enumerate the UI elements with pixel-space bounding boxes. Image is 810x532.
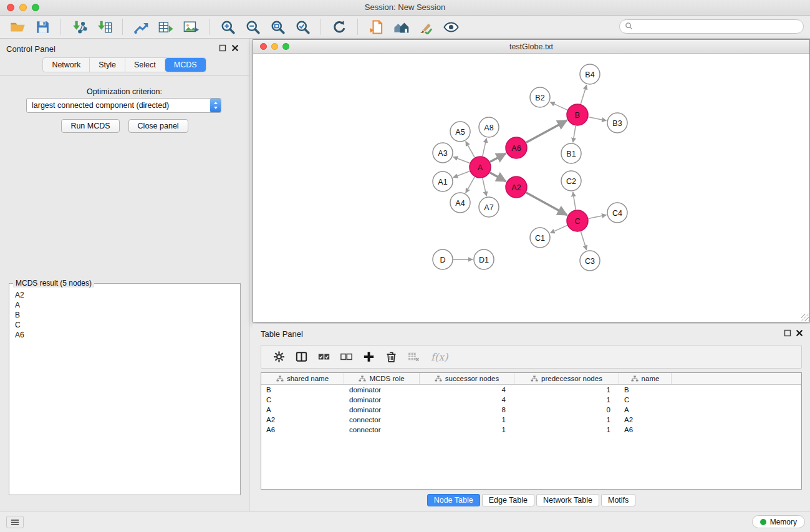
style-check-button[interactable] — [413, 17, 438, 36]
node-A4[interactable]: A4 — [450, 193, 470, 213]
resize-grip-icon[interactable] — [801, 314, 809, 321]
memory-button[interactable]: Memory — [752, 515, 805, 528]
select-all-button[interactable] — [312, 347, 335, 366]
column-header-successor-nodes[interactable]: successor nodes — [420, 373, 514, 384]
result-item[interactable]: A2 — [11, 290, 238, 300]
tab-network[interactable]: Network — [43, 58, 90, 72]
tab-node-table[interactable]: Node Table — [427, 494, 480, 506]
criterion-dropdown[interactable]: largest connected component (directed) — [26, 98, 221, 113]
refresh-button[interactable] — [327, 17, 352, 36]
result-item[interactable]: C — [11, 320, 238, 330]
tab-motifs[interactable]: Motifs — [601, 494, 635, 506]
save-button[interactable] — [30, 17, 55, 36]
tab-network-table[interactable]: Network Table — [536, 494, 599, 506]
node-A1[interactable]: A1 — [433, 172, 453, 191]
network-graph[interactable]: B4B2BB3A5A8A6B1A3AC2A1A2A4A7C4CC1C3DD1 — [253, 54, 809, 322]
columns-button[interactable] — [290, 347, 312, 366]
edge-C-C3[interactable] — [581, 231, 586, 250]
edge-B-B2[interactable] — [550, 102, 567, 110]
search-field[interactable] — [619, 19, 804, 34]
node-B1[interactable]: B1 — [561, 143, 581, 163]
edge-A-A4[interactable] — [466, 177, 475, 193]
run-mcds-button[interactable]: Run MCDS — [61, 119, 119, 133]
float-table-panel-icon[interactable] — [783, 329, 793, 339]
gear-button[interactable] — [268, 347, 290, 366]
export-table-button[interactable] — [153, 17, 178, 36]
deselect-button[interactable] — [335, 347, 357, 366]
column-header-predecessor-nodes[interactable]: predecessor nodes — [514, 373, 619, 384]
node-B2[interactable]: B2 — [530, 87, 550, 107]
column-header-name[interactable]: name — [619, 373, 672, 384]
search-input[interactable] — [636, 22, 798, 31]
float-panel-icon[interactable] — [218, 44, 228, 54]
node-A3[interactable]: A3 — [433, 143, 453, 163]
node-C4[interactable]: C4 — [607, 203, 627, 223]
function-builder-button[interactable]: f(x) — [431, 351, 448, 363]
close-panel-icon[interactable] — [230, 44, 240, 54]
table-row[interactable]: Adominator80A — [261, 405, 801, 415]
open-folder-button[interactable] — [5, 17, 30, 36]
edge-C-C2[interactable] — [573, 192, 576, 210]
node-C[interactable]: C — [567, 210, 588, 231]
result-item[interactable]: A — [11, 300, 238, 310]
node-B3[interactable]: B3 — [607, 113, 627, 133]
column-header-shared-name[interactable]: shared name — [261, 373, 344, 384]
node-C1[interactable]: C1 — [530, 228, 550, 248]
edge-A-A3[interactable] — [453, 157, 470, 163]
zoom-selected-button[interactable] — [290, 17, 315, 36]
close-table-panel-icon[interactable] — [794, 329, 804, 339]
edge-A-A5[interactable] — [466, 142, 475, 158]
zoom-in-button[interactable] — [215, 17, 240, 36]
node-B[interactable]: B — [567, 104, 588, 125]
zoom-out-button[interactable] — [240, 17, 265, 36]
tab-edge-table[interactable]: Edge Table — [482, 494, 534, 506]
node-A[interactable]: A — [470, 157, 491, 178]
node-B4[interactable]: B4 — [580, 64, 600, 84]
table-row[interactable]: Bdominator41B — [261, 385, 801, 395]
eye-button[interactable] — [438, 17, 463, 36]
result-item[interactable]: A6 — [11, 330, 238, 340]
node-C3[interactable]: C3 — [580, 251, 600, 271]
import-table-button[interactable] — [92, 17, 117, 36]
node-D[interactable]: D — [433, 249, 453, 269]
edge-A-A6[interactable] — [490, 153, 506, 162]
export-image-button[interactable] — [178, 17, 203, 36]
node-A5[interactable]: A5 — [450, 122, 470, 142]
close-panel-button[interactable]: Close panel — [128, 119, 188, 133]
node-A2[interactable]: A2 — [506, 177, 527, 198]
table-row[interactable]: Cdominator41C — [261, 395, 801, 405]
column-header-MCDS-role[interactable]: MCDS role — [344, 373, 420, 384]
node-D1[interactable]: D1 — [474, 249, 494, 269]
edge-C-C1[interactable] — [550, 225, 567, 233]
edge-C-C4[interactable] — [589, 215, 607, 219]
result-item[interactable]: B — [11, 310, 238, 320]
node-C2[interactable]: C2 — [561, 171, 581, 191]
edge-A-A7[interactable] — [483, 178, 486, 196]
edge-B-B1[interactable] — [573, 126, 576, 142]
edge-A-A1[interactable] — [453, 171, 470, 177]
node-A8[interactable]: A8 — [479, 117, 499, 137]
add-button[interactable] — [357, 347, 380, 366]
edge-A-A2[interactable] — [490, 173, 506, 181]
home-button[interactable] — [388, 17, 413, 36]
tab-mcds[interactable]: MCDS — [165, 58, 206, 72]
zoom-fit-button[interactable] — [265, 17, 290, 36]
tab-style[interactable]: Style — [90, 58, 125, 72]
node-A7[interactable]: A7 — [479, 197, 499, 217]
network-canvas[interactable]: B4B2BB3A5A8A6B1A3AC2A1A2A4A7C4CC1C3DD1 — [253, 54, 809, 322]
task-list-icon[interactable] — [6, 516, 24, 528]
export-network-button[interactable] — [128, 17, 153, 36]
edge-B-B3[interactable] — [589, 117, 607, 121]
edge-A-A8[interactable] — [483, 138, 486, 157]
import-network-button[interactable] — [67, 17, 92, 36]
table-row[interactable]: A6connector11A6 — [261, 425, 801, 435]
grid-delete-button[interactable] — [402, 347, 425, 366]
edge-B-B4[interactable] — [581, 85, 586, 104]
trash-button[interactable] — [380, 347, 402, 366]
tab-select[interactable]: Select — [125, 58, 165, 72]
node-A6[interactable]: A6 — [506, 137, 527, 158]
edge-A2-C[interactable] — [526, 193, 567, 215]
open-doc-button[interactable] — [364, 17, 388, 36]
table-row[interactable]: A2connector11A2 — [261, 415, 801, 425]
edge-A6-B[interactable] — [526, 120, 567, 142]
